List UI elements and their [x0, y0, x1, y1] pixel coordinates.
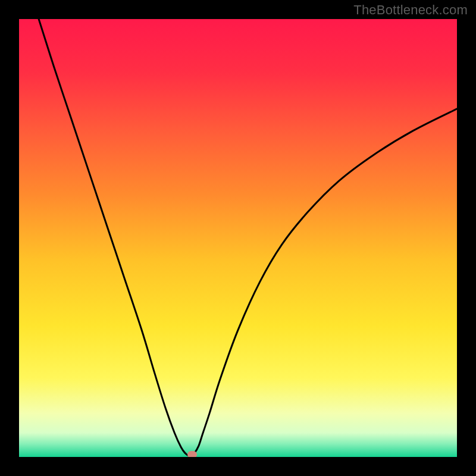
bottleneck-curve	[39, 19, 457, 456]
plot-area	[19, 19, 457, 457]
curve-layer	[19, 19, 457, 457]
optimal-point-marker	[187, 451, 197, 457]
watermark-text: TheBottleneck.com	[353, 2, 468, 18]
chart-container: TheBottleneck.com	[0, 0, 476, 476]
